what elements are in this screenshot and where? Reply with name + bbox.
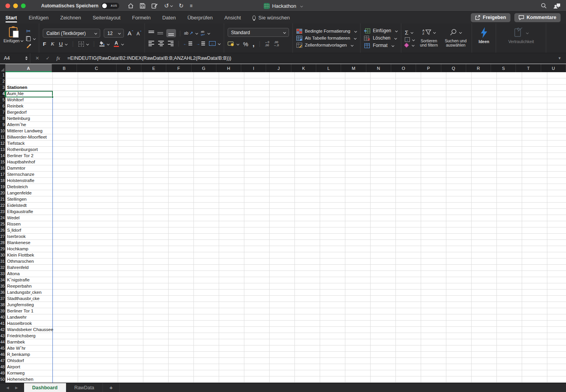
- column-header-P[interactable]: P: [416, 64, 441, 72]
- row-header-21[interactable]: 21: [0, 196, 5, 203]
- cell-A44[interactable]: Barmbek: [7, 339, 25, 345]
- tab-einfügen[interactable]: Einfügen: [29, 12, 49, 23]
- row-header-31[interactable]: 31: [0, 258, 5, 265]
- column-header-I[interactable]: I: [241, 64, 266, 72]
- column-header-E[interactable]: E: [141, 64, 166, 72]
- column-header-G[interactable]: G: [192, 64, 216, 72]
- formula-input[interactable]: =EINDEUTIG(RawData!B2:INDEX(RawData!B:B;…: [65, 56, 554, 61]
- cell-A46[interactable]: R¸benkamp: [7, 352, 30, 358]
- insert-cells-button[interactable]: Einfügen: [364, 28, 397, 33]
- redo-button[interactable]: ↻: [179, 3, 184, 9]
- cell-A15[interactable]: Hauptbahnhof: [7, 159, 35, 165]
- undo-button[interactable]: ↺: [164, 3, 172, 9]
- minimize-window-button[interactable]: [13, 3, 18, 8]
- cell-A31[interactable]: Othmarschen: [7, 258, 34, 265]
- sensitivity-dropdown-icon[interactable]: [526, 31, 529, 34]
- cell-A12[interactable]: Tiefstack: [7, 140, 25, 147]
- document-title[interactable]: Hackathon: [263, 0, 302, 12]
- tab-daten[interactable]: Daten: [162, 12, 176, 23]
- cell-A36[interactable]: Landungsbr¸cken: [7, 290, 42, 296]
- column-header-U[interactable]: U: [541, 64, 566, 72]
- previous-sheet-icon[interactable]: ◀: [6, 386, 9, 390]
- decrease-decimal-button[interactable]: ,00→,0: [273, 41, 279, 47]
- cell-A42[interactable]: Wandsbeker Chaussee: [7, 327, 53, 333]
- row-header-12[interactable]: 12: [0, 140, 5, 147]
- row-header-24[interactable]: 24: [0, 215, 5, 221]
- orientation-dropdown-icon[interactable]: [195, 32, 198, 35]
- paste-button[interactable]: Einfügen: [3, 26, 23, 50]
- row-header-40[interactable]: 40: [0, 314, 5, 321]
- copy-button[interactable]: [26, 36, 35, 41]
- next-sheet-icon[interactable]: ▶: [15, 386, 18, 390]
- cell-A39[interactable]: Berliner Tor 1: [7, 308, 33, 314]
- column-header-S[interactable]: S: [491, 64, 516, 72]
- row-header-32[interactable]: 32: [0, 265, 5, 271]
- cell-A6[interactable]: Reinbek: [7, 103, 23, 109]
- zoom-window-button[interactable]: [21, 3, 26, 8]
- row-header-46[interactable]: 46: [0, 352, 5, 358]
- row-header-26[interactable]: 26: [0, 227, 5, 234]
- row-header-11[interactable]: 11: [0, 134, 5, 140]
- column-header-D[interactable]: D: [117, 64, 141, 72]
- increase-indent-button[interactable]: →: [196, 42, 205, 46]
- align-right-icon[interactable]: [168, 41, 174, 46]
- align-left-icon[interactable]: [148, 41, 154, 46]
- column-header-H[interactable]: H: [216, 64, 241, 72]
- comma-style-button[interactable]: ,: [253, 40, 254, 48]
- cell-A13[interactable]: Rothenburgsort: [7, 147, 38, 153]
- row-header-37[interactable]: 37: [0, 296, 5, 302]
- column-header-C[interactable]: C: [77, 64, 117, 72]
- row-header-5[interactable]: 5: [0, 97, 5, 103]
- autosum-dropdown-icon[interactable]: [411, 31, 413, 34]
- font-color-button[interactable]: A: [114, 41, 124, 47]
- cell-A28[interactable]: Blankenese: [7, 240, 30, 246]
- format-as-table-button[interactable]: Als Tabelle formatieren: [296, 36, 357, 41]
- column-header-M[interactable]: M: [341, 64, 366, 72]
- format-cells-button[interactable]: Format: [364, 43, 397, 48]
- sheet-tab-dashboard[interactable]: Dashboard: [24, 383, 66, 392]
- number-format-select[interactable]: Standard: [228, 28, 289, 37]
- row-header-8[interactable]: 8: [0, 116, 5, 122]
- cell-A24[interactable]: Wedel: [7, 215, 19, 221]
- wrap-text-dropdown-icon[interactable]: [207, 32, 210, 35]
- row-header-20[interactable]: 20: [0, 190, 5, 196]
- row-header-4[interactable]: 4: [0, 91, 5, 97]
- edit-icon[interactable]: [152, 3, 158, 9]
- name-box[interactable]: A4: [0, 53, 30, 63]
- column-header-J[interactable]: J: [266, 64, 291, 72]
- cell-A47[interactable]: Ohlsdorf: [7, 358, 24, 364]
- select-all-corner[interactable]: [0, 64, 5, 72]
- tab-überprüfen[interactable]: Überprüfen: [187, 12, 212, 23]
- orientation-button[interactable]: ab↗: [184, 31, 198, 36]
- row-header-14[interactable]: 14: [0, 153, 5, 159]
- sort-filter-dropdown-icon[interactable]: [433, 31, 436, 33]
- row-header-44[interactable]: 44: [0, 339, 5, 345]
- row-header-18[interactable]: 18: [0, 178, 5, 184]
- cell-A19[interactable]: Diebsteich: [7, 184, 28, 190]
- cell-A17[interactable]: Sternschanze: [7, 172, 34, 178]
- cell-A27[interactable]: Iserbrook: [7, 234, 26, 240]
- tab-start[interactable]: Start: [5, 12, 17, 23]
- share-contact-icon[interactable]: [554, 3, 561, 9]
- row-header-23[interactable]: 23: [0, 209, 5, 215]
- clear-dropdown-icon[interactable]: [412, 44, 414, 47]
- cell-A41[interactable]: Hasselbrook: [7, 321, 32, 327]
- autosave-toggle[interactable]: AUS: [101, 3, 119, 9]
- increase-decimal-button[interactable]: ←0,00: [265, 41, 269, 47]
- cell-A33[interactable]: Altona: [7, 271, 20, 277]
- cell-A50[interactable]: Hoheneichen: [7, 376, 33, 383]
- share-button[interactable]: Freigeben: [471, 13, 510, 22]
- cell-A49[interactable]: Kornweg: [7, 370, 24, 376]
- row-header-9[interactable]: 9: [0, 122, 5, 128]
- row-header-6[interactable]: 6: [0, 103, 5, 109]
- decrease-font-size-button[interactable]: Aˇ: [136, 30, 141, 36]
- row-header-35[interactable]: 35: [0, 283, 5, 290]
- column-header-L[interactable]: L: [316, 64, 341, 72]
- cell-A8[interactable]: Nettelnburg: [7, 116, 30, 122]
- cell-A11[interactable]: Billwerder-Moorfleet: [7, 134, 47, 140]
- row-header-22[interactable]: 22: [0, 203, 5, 209]
- align-top-icon[interactable]: [148, 31, 154, 36]
- accounting-format-button[interactable]: [228, 42, 239, 46]
- column-header-K[interactable]: K: [291, 64, 316, 72]
- cell-A18[interactable]: Holstenstrafle: [7, 178, 34, 184]
